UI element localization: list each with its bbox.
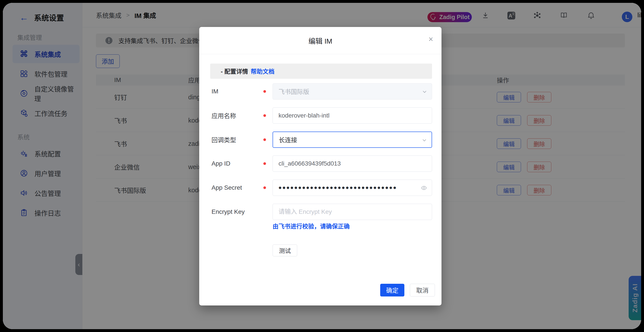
app-name-input[interactable]: [272, 107, 432, 124]
modal-title: 编辑 IM: [308, 35, 332, 46]
app-id-input[interactable]: [272, 156, 432, 172]
modal-header: 编辑 IM ×: [199, 27, 442, 54]
required-dot: [263, 90, 266, 93]
required-dot: [263, 114, 266, 117]
test-button[interactable]: 测试: [272, 244, 297, 256]
eye-icon[interactable]: [420, 184, 428, 191]
close-icon[interactable]: ×: [428, 35, 433, 43]
im-select[interactable]: 飞书国际版: [272, 83, 432, 100]
cancel-button[interactable]: 取消: [410, 284, 435, 297]
help-doc-link[interactable]: 帮助文档: [251, 67, 274, 75]
confirm-button[interactable]: 确定: [380, 284, 404, 297]
edit-im-modal: 编辑 IM × - 配置详情 帮助文档 IM 飞书国际版 应用名称 回调类型: [199, 27, 442, 306]
callback-type-value: 长连接: [279, 135, 297, 144]
field-label: App ID: [212, 156, 230, 172]
field-label: App Secret: [212, 179, 242, 196]
im-select-value: 飞书国际版: [278, 87, 309, 96]
field-app-id: App ID: [210, 156, 432, 172]
masked-secret: ••••••••••••••••••••••••••••••: [278, 179, 397, 196]
app-secret-input[interactable]: ••••••••••••••••••••••••••••••: [272, 179, 432, 196]
modal-info-bar: - 配置详情 帮助文档: [210, 64, 432, 79]
field-app-name: 应用名称: [210, 107, 432, 124]
field-label: 应用名称: [212, 107, 236, 124]
field-callback-type: 回调类型 长连接: [210, 132, 432, 148]
field-im: IM 飞书国际版: [210, 83, 432, 100]
app-window: ← 系统设置 集成管理 ⌘ 系统集成 软件包管理: [3, 3, 641, 329]
feishu-validation-hint: 由飞书进行校验，请确保正确: [272, 222, 350, 230]
required-dot: [263, 138, 266, 141]
field-encrypt-key: Encrypt Key: [210, 204, 432, 220]
chevron-down-icon: [422, 137, 427, 143]
required-dot: [263, 162, 266, 165]
required-dot: [263, 186, 266, 189]
field-label: 回调类型: [212, 132, 236, 148]
field-label: IM: [212, 83, 218, 100]
field-app-secret: App Secret •••••••••••••••••••••••••••••…: [210, 179, 432, 196]
encrypt-key-input[interactable]: [272, 204, 432, 220]
chevron-down-icon: [422, 89, 428, 95]
field-label: Encrypt Key: [212, 204, 245, 220]
config-detail-label: - 配置详情: [221, 67, 248, 75]
callback-type-select[interactable]: 长连接: [272, 132, 432, 148]
